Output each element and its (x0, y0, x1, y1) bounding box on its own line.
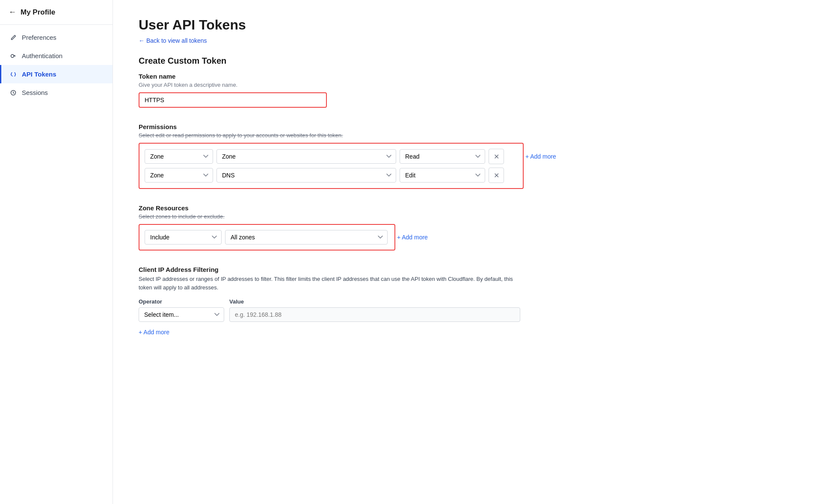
permission-category-2[interactable]: Zone Account User (145, 168, 213, 183)
permission-row-2: Zone Account User DNS Zone Cache Rules F… (145, 168, 518, 183)
ip-filter-row: Select item... Is in Is not in (139, 307, 795, 322)
sidebar-item-preferences[interactable]: Preferences (0, 28, 113, 47)
zone-include-select[interactable]: Include Exclude (145, 230, 222, 245)
operator-column-label: Operator (139, 298, 224, 305)
clock-icon (10, 89, 17, 96)
token-name-label: Token name (139, 73, 795, 80)
ip-column-labels: Operator Value (139, 298, 795, 305)
client-ip-section: Client IP Address Filtering Select IP ad… (139, 266, 795, 336)
sidebar-nav: Preferences Authentication API Tokens Se… (0, 25, 113, 102)
sidebar-item-sessions[interactable]: Sessions (0, 83, 113, 102)
permission-type-2[interactable]: DNS Zone Cache Rules Firewall (216, 168, 396, 183)
sidebar-label-authentication: Authentication (22, 52, 62, 59)
sidebar-item-authentication[interactable]: Authentication (0, 47, 113, 65)
token-name-desc: Give your API token a descriptive name. (139, 82, 795, 88)
back-arrow-icon: ← (9, 8, 16, 17)
permissions-section: Permissions Select edit or read permissi… (139, 123, 795, 189)
back-to-tokens-link[interactable]: ← Back to view all tokens (139, 37, 207, 44)
main-content: User API Tokens ← Back to view all token… (113, 0, 821, 504)
sidebar-item-api-tokens[interactable]: API Tokens (0, 65, 113, 83)
token-name-input[interactable] (139, 92, 327, 108)
zone-resources-desc: Select zones to include or exclude. (139, 213, 795, 220)
sidebar-back-header[interactable]: ← My Profile (0, 0, 113, 25)
zone-zones-select[interactable]: All zones Specific zone (225, 230, 388, 245)
braces-icon (10, 71, 17, 78)
permissions-box: Zone Account User Zone DNS Cache Rules F… (139, 143, 524, 189)
page-title: User API Tokens (139, 17, 795, 33)
permission-category-1[interactable]: Zone Account User (145, 149, 213, 164)
zone-resources-add-more[interactable]: + Add more (397, 234, 428, 241)
permission-access-2[interactable]: Edit Read (400, 168, 485, 183)
remove-permission-1-button[interactable]: ✕ (489, 149, 504, 164)
token-name-section: Token name Give your API token a descrip… (139, 73, 795, 108)
permissions-desc: Select edit or read permissions to apply… (139, 132, 795, 139)
pencil-icon (10, 34, 17, 41)
client-ip-label: Client IP Address Filtering (139, 266, 795, 273)
zone-resources-section: Zone Resources Select zones to include o… (139, 204, 795, 251)
ip-operator-select[interactable]: Select item... Is in Is not in (139, 307, 224, 322)
sidebar-label-sessions: Sessions (22, 89, 48, 96)
remove-permission-2-button[interactable]: ✕ (489, 168, 504, 183)
client-ip-desc: Select IP addresses or ranges of IP addr… (139, 275, 524, 292)
permission-access-1[interactable]: Read Edit (400, 149, 485, 164)
ip-value-input[interactable] (229, 307, 520, 322)
ip-add-more[interactable]: + Add more (139, 329, 169, 336)
value-column-label: Value (229, 298, 520, 305)
key-icon (10, 53, 17, 59)
permissions-label: Permissions (139, 123, 795, 130)
permission-type-1[interactable]: Zone DNS Cache Rules Firewall (216, 149, 396, 164)
permission-row-1: Zone Account User Zone DNS Cache Rules F… (145, 149, 518, 164)
permissions-add-more[interactable]: + Add more (525, 153, 556, 160)
zone-resources-box: Include Exclude All zones Specific zone (139, 224, 395, 251)
zone-resources-label: Zone Resources (139, 204, 795, 212)
sidebar-title: My Profile (21, 8, 55, 17)
sidebar: ← My Profile Preferences Authentication … (0, 0, 113, 504)
sidebar-label-api-tokens: API Tokens (22, 71, 56, 78)
create-token-heading: Create Custom Token (139, 56, 795, 66)
sidebar-label-preferences: Preferences (22, 34, 56, 41)
